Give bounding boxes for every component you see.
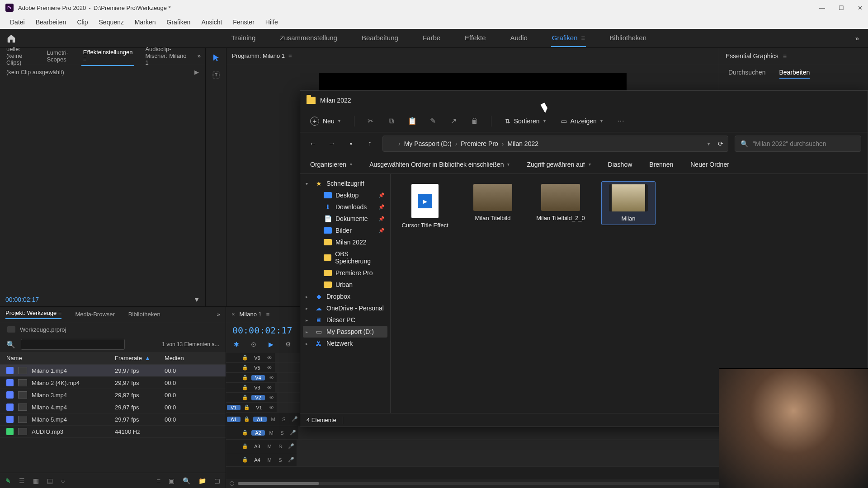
file-item[interactable]: Milan Titelbild_2_0 <box>533 181 588 224</box>
menu-fenster[interactable]: Fenster <box>227 17 259 28</box>
crumb-milan[interactable]: Milan 2022 <box>508 140 539 147</box>
find-icon[interactable]: 🔍 <box>183 477 190 484</box>
delete-icon[interactable]: 🗑 <box>470 117 479 126</box>
tree-onedrive[interactable]: ▸☁OneDrive - Personal <box>303 302 387 314</box>
tree-premiere[interactable]: Premiere Pro <box>312 267 387 279</box>
minimize-button[interactable]: — <box>819 5 825 11</box>
sort-button[interactable]: ⇅Sortieren▾ <box>503 115 547 127</box>
marker-icon[interactable]: ▶ <box>267 340 275 348</box>
addr-dropdown-icon[interactable]: ▾ <box>708 141 710 146</box>
col-framerate[interactable]: Framerate ▲ <box>115 355 165 361</box>
snap-icon[interactable]: ✱ <box>232 340 241 348</box>
tree-passport[interactable]: ▸▭My Passport (D:) <box>303 326 387 338</box>
list-view-icon[interactable]: ☰ <box>19 477 25 484</box>
proj-tabs-more[interactable]: » <box>217 311 220 318</box>
program-menu-icon[interactable]: ≡ <box>288 52 292 59</box>
tree-desktop[interactable]: Desktop📌 <box>312 189 387 201</box>
menu-clip[interactable]: Clip <box>71 17 93 28</box>
organize-button[interactable]: Organisieren ▾ <box>308 158 354 171</box>
crumb-drive[interactable]: My Passport (D:) <box>404 140 452 147</box>
timeline-close-icon[interactable]: × <box>231 311 235 318</box>
ws-menu-icon[interactable]: ≡ <box>581 34 585 42</box>
freeform-view-icon[interactable]: ▤ <box>47 477 53 484</box>
eg-tab-edit[interactable]: Bearbeiten <box>779 69 810 79</box>
col-name[interactable]: Name <box>6 355 115 361</box>
project-row[interactable]: AUDIO.mp344100 Hz <box>0 426 226 438</box>
pencil-icon[interactable]: ✎ <box>5 477 11 484</box>
tree-documents[interactable]: 📄Dokumente📌 <box>312 213 387 225</box>
automate-icon[interactable]: ▣ <box>169 477 175 484</box>
more-icon[interactable]: ⋯ <box>616 117 625 126</box>
include-library-button[interactable]: Ausgewählten Ordner in Bibliothek einsch… <box>368 158 511 171</box>
ws-effects[interactable]: Effekte <box>464 29 486 47</box>
tree-pictures[interactable]: Bilder📌 <box>312 225 387 236</box>
back-button[interactable]: ← <box>307 137 319 150</box>
tree-obs[interactable]: OBS Speicherung <box>312 248 387 267</box>
menu-marken[interactable]: Marken <box>129 17 161 28</box>
project-search-input[interactable] <box>21 339 125 350</box>
tab-lumetri[interactable]: Lumetri-Scopes <box>45 47 72 66</box>
menu-datei[interactable]: Datei <box>5 17 30 28</box>
project-row[interactable]: Milano 3.mp429,97 fps00,0 <box>0 389 226 401</box>
menu-bearbeiten[interactable]: Bearbeiten <box>30 17 72 28</box>
address-bar[interactable]: › My Passport (D:) › Premiere Pro › Mila… <box>382 136 728 152</box>
paste-icon[interactable]: 📋 <box>408 117 417 126</box>
tab-effect-controls[interactable]: Effekteinstellungen ≡ <box>81 46 135 66</box>
menu-ansicht[interactable]: Ansicht <box>196 17 227 28</box>
project-row[interactable]: Milano 5.mp429,97 fps00:0 <box>0 413 226 426</box>
ws-more[interactable]: » <box>855 34 859 42</box>
share-icon[interactable]: ↗ <box>449 117 458 126</box>
project-row[interactable]: Milano 1.mp429,97 fps00:0 <box>0 365 226 377</box>
new-bin-icon[interactable]: 📁 <box>198 477 206 484</box>
tab-media-browser[interactable]: Media-Browser <box>75 311 114 318</box>
source-tabs-more[interactable]: » <box>198 52 201 59</box>
recent-dropdown[interactable]: ▾ <box>344 137 357 150</box>
filter-icon[interactable]: ▼ <box>193 296 200 303</box>
new-item-icon[interactable]: ▢ <box>214 477 220 484</box>
ws-audio[interactable]: Audio <box>509 29 528 47</box>
tab-project[interactable]: Projekt: Werkzeuge ≡ <box>5 310 61 319</box>
tab-libraries[interactable]: Bibliotheken <box>128 311 160 318</box>
linked-selection-icon[interactable]: ⊙ <box>250 340 258 348</box>
tree-urban[interactable]: Urban <box>312 279 387 291</box>
settings-icon[interactable]: ⚙ <box>284 340 292 348</box>
tree-quick-access[interactable]: ▾★Schnellzugriff <box>303 178 387 189</box>
ws-training[interactable]: Training <box>231 29 257 47</box>
crumb-premiere[interactable]: Premiere Pro <box>461 140 498 147</box>
share-with-button[interactable]: Zugriff gewähren auf ▾ <box>525 158 592 171</box>
timeline-menu-icon[interactable]: ≡ <box>266 311 270 318</box>
project-row[interactable]: Milano 2 (4K).mp429,97 fps00:0 <box>0 377 226 389</box>
explorer-search[interactable]: 🔍 "Milan 2022" durchsuchen <box>735 136 861 152</box>
slideshow-button[interactable]: Diashow <box>606 158 634 171</box>
eg-tab-browse[interactable]: Durchsuchen <box>728 69 766 79</box>
menu-hilfe[interactable]: Hilfe <box>260 17 283 28</box>
selection-tool-icon[interactable] <box>210 52 222 64</box>
ws-color[interactable]: Farbe <box>422 29 441 47</box>
ws-graphics[interactable]: Grafiken≡ <box>551 29 586 47</box>
rename-icon[interactable]: ✎ <box>429 117 438 126</box>
ws-editing[interactable]: Bearbeitung <box>361 29 399 47</box>
eg-menu-icon[interactable]: ≡ <box>783 52 787 60</box>
explorer-titlebar[interactable]: Milan 2022 <box>300 91 868 110</box>
zoom-out-icon[interactable] <box>230 481 234 486</box>
tree-thispc[interactable]: ▸🖥Dieser PC <box>303 314 387 326</box>
file-item[interactable]: ▶Cursor Title Effect <box>398 181 452 231</box>
view-button[interactable]: ▭Anzeigen▾ <box>559 115 604 127</box>
up-button[interactable]: ↑ <box>363 137 376 150</box>
close-button[interactable]: ✕ <box>858 5 863 11</box>
text-tool-icon[interactable] <box>210 69 222 81</box>
ws-libraries[interactable]: Bibliotheken <box>609 29 647 47</box>
refresh-icon[interactable]: ⟳ <box>718 140 723 147</box>
new-folder-button[interactable]: Neuer Ordner <box>689 158 731 171</box>
tree-dropbox[interactable]: ▸◆Dropbox <box>303 291 387 302</box>
home-button[interactable] <box>0 33 23 43</box>
program-monitor[interactable] <box>319 73 627 91</box>
tree-milan[interactable]: Milan 2022 <box>312 236 387 248</box>
tree-network[interactable]: ▸🖧Netzwerk <box>303 338 387 349</box>
noclip-expand-icon[interactable]: ▶ <box>194 69 199 75</box>
copy-icon[interactable]: ⧉ <box>387 117 396 126</box>
zoom-slider-icon[interactable]: ○ <box>61 477 65 484</box>
project-row[interactable]: Milano 4.mp429,97 fps00:0 <box>0 401 226 413</box>
menu-grafiken[interactable]: Grafiken <box>161 17 196 28</box>
icon-view-icon[interactable]: ▦ <box>33 477 39 484</box>
